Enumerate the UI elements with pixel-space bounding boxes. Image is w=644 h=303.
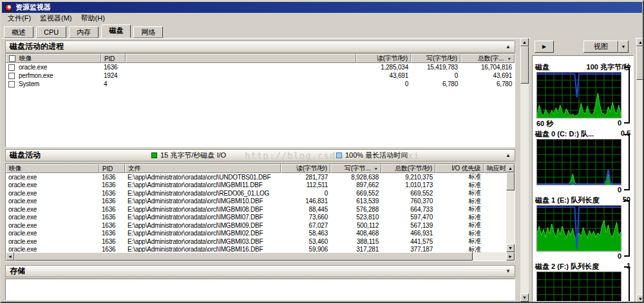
cell-file: E:\app\Administrator\oradata\orcl\IMGBMI… xyxy=(125,222,281,229)
menu-help[interactable]: 帮助(H) xyxy=(77,13,109,24)
cell-pid: 1636 xyxy=(99,214,125,221)
scroll-up-button[interactable]: ▲ xyxy=(506,164,515,172)
scroll-thumb[interactable] xyxy=(14,252,473,261)
sort-descending-icon: ▼ xyxy=(374,167,378,171)
cell-image: oracle.exe xyxy=(6,190,99,197)
scroll-down-button[interactable]: ▼ xyxy=(636,295,644,303)
column-image[interactable]: 映像 xyxy=(6,54,101,63)
table-row[interactable]: oracle.exe1636E:\app\Administrator\orada… xyxy=(6,197,506,206)
storage-panel xyxy=(5,279,515,300)
panel-collapse-button[interactable]: ▶ xyxy=(535,41,554,53)
chevron-down-icon: ▼ xyxy=(621,44,626,49)
collapse-down-icon[interactable]: ▼ xyxy=(506,268,511,274)
collapse-up-icon[interactable]: ▲ xyxy=(506,44,511,50)
scroll-up-button[interactable]: ▲ xyxy=(636,38,644,46)
cell-file: E:\app\Administrator\oradata\orcl\IMGBMI… xyxy=(125,214,281,221)
table-row[interactable]: System406,7806,780 xyxy=(6,80,515,88)
panel-vscrollbar[interactable]: ▲ ▼ xyxy=(636,38,644,303)
tab-overview[interactable]: 概述 xyxy=(4,26,33,38)
table-row[interactable]: oracle.exe1636E:\app\Administrator\orada… xyxy=(6,189,506,197)
cell-pid: 1636 xyxy=(99,238,125,245)
menu-monitor[interactable]: 监视器(M) xyxy=(35,13,77,24)
section-title: 磁盘活动的进程 xyxy=(10,41,64,52)
table-row[interactable]: oracle.exe1636E:\app\Administrator\orada… xyxy=(6,230,506,238)
table-row[interactable]: oracle.exe16361,285,03415,419,78316,704,… xyxy=(6,63,515,71)
cell-read: 58,463 xyxy=(281,230,330,237)
column-read[interactable]: 读(字节/秒) xyxy=(281,164,330,173)
select-all-checkbox[interactable] xyxy=(9,55,15,62)
cell-total: 441,575 xyxy=(381,238,435,245)
tab-cpu[interactable]: CPU xyxy=(36,26,66,38)
column-file[interactable]: 文件 xyxy=(125,164,281,173)
table-row[interactable]: oracle.exe1636E:\app\Administrator\orada… xyxy=(6,173,506,181)
column-response-time[interactable]: 响应时间 xyxy=(484,164,506,173)
menu-bar: 文件(F) 监视器(M) 帮助(H) xyxy=(2,13,642,23)
scroll-thumb[interactable] xyxy=(636,46,644,80)
section-title: 磁盘活动 xyxy=(10,150,41,161)
table-row[interactable]: perfmon.exe192443,691043,691 xyxy=(6,71,515,80)
main-vscrollbar[interactable]: ▲ ▼ xyxy=(520,38,529,302)
chart-min-label: 0 xyxy=(618,186,621,194)
scroll-down-button[interactable]: ▼ xyxy=(506,244,515,252)
scroll-left-button[interactable]: ◄ xyxy=(6,252,14,261)
app-icon xyxy=(5,4,12,12)
activity-table-hscrollbar[interactable]: ◄ ► xyxy=(6,252,515,261)
chart-disk2-queue: 磁盘 2 (F:) 队列长度 1 xyxy=(534,262,632,302)
tab-network[interactable]: 网络 xyxy=(133,26,163,38)
chart-title: 磁盘 0 (C: D:) 队... xyxy=(535,129,594,138)
tab-memory[interactable]: 内存 xyxy=(69,26,99,38)
column-io-priority[interactable]: I/O 优先级 xyxy=(435,164,484,173)
table-row[interactable]: oracle.exe1636E:\app\Administrator\orada… xyxy=(6,237,506,246)
section-header-storage[interactable]: 存储 ▼ xyxy=(5,265,515,277)
column-write[interactable]: 写(字节...▼ xyxy=(330,164,381,173)
menu-file[interactable]: 文件(F) xyxy=(3,13,35,24)
cell-image: oracle.exe xyxy=(6,214,99,221)
cell-read: 0 xyxy=(356,80,411,87)
column-write[interactable]: 写(字节/秒) xyxy=(411,54,460,63)
section-header-disk-activity[interactable]: 磁盘活动 http://blog.csd e_xi 15 兆字节/秒磁盘 I/O… xyxy=(5,149,515,161)
cell-pid: 1636 xyxy=(101,64,126,71)
scale-bracket xyxy=(624,134,630,190)
table-row[interactable]: oracle.exe1636E:\app\Administrator\orada… xyxy=(6,214,506,222)
scroll-thumb[interactable] xyxy=(506,172,515,190)
column-read[interactable]: 读(字节/秒) xyxy=(356,54,411,63)
cell-total: 1,010,173 xyxy=(381,181,435,188)
cell-pid: 1636 xyxy=(99,190,125,197)
cell-file: E:\app\Administrator\oradata\orcl\REDO06… xyxy=(125,190,281,197)
cell-total: 669,552 xyxy=(381,190,435,197)
table-row[interactable]: oracle.exe1636E:\app\Administrator\orada… xyxy=(6,181,506,190)
cell-read: 112,511 xyxy=(281,181,330,188)
column-total[interactable]: 总数(字...▼ xyxy=(460,54,515,63)
cell-pid: 1636 xyxy=(99,206,125,213)
tab-disk[interactable]: 磁盘 xyxy=(101,24,131,38)
column-pid[interactable]: PID xyxy=(101,54,126,63)
scroll-right-button[interactable]: ► xyxy=(506,252,515,261)
column-image[interactable]: 映像 xyxy=(6,164,99,173)
cell-write: 388,115 xyxy=(330,238,381,245)
scroll-up-button[interactable]: ▲ xyxy=(520,38,529,46)
row-checkbox[interactable] xyxy=(8,73,15,79)
legend-active-time: 100% 最长活动时间 xyxy=(336,150,408,161)
cell-total: 466,931 xyxy=(381,230,435,237)
collapse-up-icon[interactable]: ▲ xyxy=(506,152,511,158)
scroll-down-button[interactable]: ▼ xyxy=(520,293,529,302)
chart-canvas xyxy=(536,205,621,252)
expand-right-icon: ▶ xyxy=(542,44,546,50)
row-checkbox[interactable] xyxy=(8,81,15,87)
column-total[interactable]: 总数(字节/秒) xyxy=(381,164,435,173)
cell-total: 664,733 xyxy=(381,206,435,213)
section-header-disk-processes[interactable]: 磁盘活动的进程 ▲ xyxy=(5,41,515,53)
column-pid[interactable]: PID xyxy=(99,164,125,173)
view-dropdown-button[interactable]: ▼ xyxy=(618,41,629,53)
row-checkbox[interactable] xyxy=(8,64,15,71)
table-row[interactable]: oracle.exe1636E:\app\Administrator\orada… xyxy=(6,221,506,230)
cell-read: 53,460 xyxy=(281,238,330,245)
table-row[interactable]: oracle.exe1636E:\app\Administrator\orada… xyxy=(6,205,506,214)
activity-table-vscrollbar[interactable]: ▲ ▼ xyxy=(506,164,515,252)
title-bar[interactable]: 资源监视器 xyxy=(2,2,642,13)
view-button[interactable]: 视图 xyxy=(583,41,618,53)
activity-table-body: oracle.exe1636E:\app\Administrator\orada… xyxy=(6,173,506,253)
processes-table-header: 映像 PID 读(字节/秒) 写(字节/秒) 总数(字...▼ xyxy=(6,54,515,63)
cell-read: 88,445 xyxy=(281,206,330,213)
scroll-thumb[interactable] xyxy=(520,46,529,84)
